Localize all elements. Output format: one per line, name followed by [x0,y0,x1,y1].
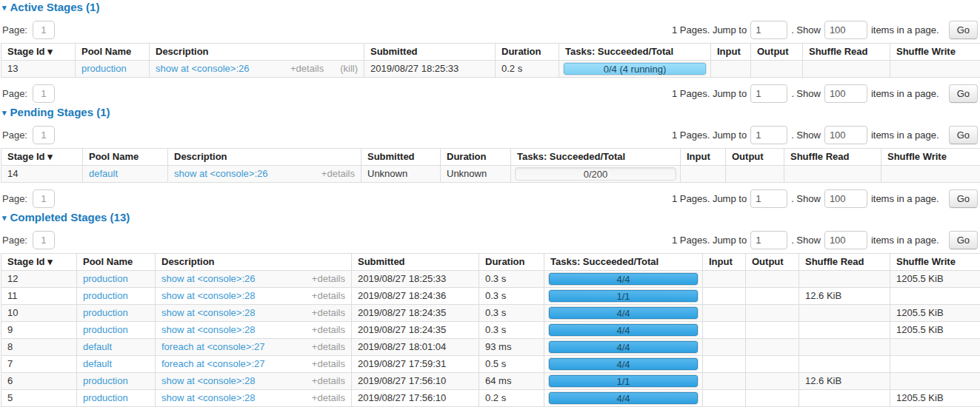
description-link[interactable]: show at <console>:28 [161,325,255,335]
pool-name-link[interactable]: production [83,290,128,301]
tasks-cell: 0/200 [511,166,681,183]
description-link[interactable]: show at <console>:28 [161,376,255,386]
details-toggle[interactable]: +details [312,376,345,386]
input-cell [703,339,746,356]
column-header-9[interactable]: Shuffle Write [890,44,980,61]
details-toggle[interactable]: +details [312,291,345,301]
pool-name-link[interactable]: production [83,307,128,318]
pagination-bar: Page: 1 Pages. Jump to . Show items in a… [1,189,979,209]
column-header-2[interactable]: Description [150,44,364,61]
column-header-1[interactable]: Pool Name [77,254,156,271]
column-header-8[interactable]: Shuffle Read [803,44,890,61]
column-header-7[interactable]: Output [726,149,784,166]
show-count-input[interactable] [824,126,867,144]
details-toggle[interactable]: +details [312,393,345,403]
pool-name-link[interactable]: default [83,358,112,369]
pool-name-link[interactable]: production [83,324,128,335]
description-link[interactable]: show at <console>:26 [156,64,249,74]
details-toggle[interactable]: +details [312,325,345,335]
details-toggle[interactable]: +details [312,342,345,352]
description-link[interactable]: foreach at <console>:27 [161,342,265,352]
column-header-5[interactable]: Tasks: Succeeded/Total [511,149,681,166]
show-count-input[interactable] [824,84,867,103]
column-header-4[interactable]: Duration [496,44,559,61]
column-header-3[interactable]: Submitted [361,149,441,166]
column-header-2[interactable]: Description [156,254,352,271]
column-header-4[interactable]: Duration [441,149,511,166]
go-button[interactable]: Go [949,189,978,208]
jump-to-input[interactable] [750,84,787,103]
column-header-0[interactable]: Stage Id ▾ [1,44,76,61]
go-button[interactable]: Go [949,126,978,144]
column-header-8[interactable]: Shuffle Read [784,149,881,166]
column-header-5[interactable]: Tasks: Succeeded/Total [544,254,703,271]
page-number-input[interactable] [33,189,55,208]
show-count-input[interactable] [824,21,867,39]
pool-name-link[interactable]: production [83,273,128,284]
page-label: Page: [2,235,27,246]
column-header-2[interactable]: Description [168,149,361,166]
progress-label: 4/4 [549,358,698,370]
column-header-5[interactable]: Tasks: Succeeded/Total [559,44,711,61]
show-count-input[interactable] [824,231,867,249]
page-number-input[interactable] [33,21,55,39]
section-title[interactable]: ▾Active Stages (1) [2,1,979,14]
description-link[interactable]: show at <console>:28 [161,393,255,403]
pool-name-link[interactable]: production [83,375,128,386]
section-title[interactable]: ▾Pending Stages (1) [2,107,979,119]
section-title[interactable]: ▾Completed Stages (13) [2,212,979,224]
column-header-4[interactable]: Duration [479,254,544,271]
column-header-3[interactable]: Submitted [352,254,479,271]
pool-name-link[interactable]: production [81,63,127,74]
column-header-6[interactable]: Input [703,254,746,271]
column-header-6[interactable]: Input [681,149,726,166]
stage-id-cell: 11 [1,288,77,305]
shuffle-write-cell [890,339,980,356]
column-header-9[interactable]: Shuffle Write [881,149,980,166]
description-link[interactable]: show at <console>:26 [161,274,255,284]
column-header-1[interactable]: Pool Name [76,44,150,61]
details-toggle[interactable]: +details [321,169,355,179]
go-button[interactable]: Go [949,21,978,39]
jump-to-input[interactable] [750,231,787,249]
duration-cell: 0.2 s [479,390,544,407]
details-toggle[interactable]: +details [290,64,324,74]
column-header-8[interactable]: Shuffle Read [799,254,890,271]
column-header-0[interactable]: Stage Id ▾ [1,254,77,271]
column-header-7[interactable]: Output [746,254,799,271]
page-label: Page: [2,88,27,99]
output-cell [746,339,799,356]
shuffle-write-cell: 1205.5 KiB [890,390,980,407]
description-link[interactable]: show at <console>:26 [174,169,267,179]
column-header-6[interactable]: Input [711,44,751,61]
description-link[interactable]: foreach at <console>:27 [161,359,265,369]
page-number-input[interactable] [33,84,55,103]
pool-name-link[interactable]: default [89,168,118,179]
page-number-input[interactable] [33,231,55,249]
description-cell: show at <console>:28 +details [156,288,352,305]
pool-name-link[interactable]: default [83,341,112,352]
go-button[interactable]: Go [949,231,978,249]
column-header-3[interactable]: Submitted [364,44,496,61]
items-text: items in a page. [871,24,939,36]
description-link[interactable]: show at <console>:28 [161,308,255,318]
kill-link[interactable]: (kill) [340,64,358,74]
details-toggle[interactable]: +details [312,274,345,284]
description-cell: show at <console>:26 +details [168,166,361,183]
jump-to-input[interactable] [750,21,787,39]
show-count-input[interactable] [824,189,867,208]
go-button[interactable]: Go [949,84,978,103]
pool-name-link[interactable]: production [83,392,128,403]
jump-to-input[interactable] [750,126,787,144]
details-toggle[interactable]: +details [312,359,345,369]
column-header-0[interactable]: Stage Id ▾ [1,149,83,166]
page-number-input[interactable] [33,126,55,144]
pages-info-text: 1 Pages. Jump to [672,130,747,141]
description-link[interactable]: show at <console>:28 [161,291,255,301]
duration-cell: 0.3 s [479,305,544,322]
details-toggle[interactable]: +details [312,308,345,318]
column-header-7[interactable]: Output [751,44,803,61]
column-header-9[interactable]: Shuffle Write [890,254,980,271]
jump-to-input[interactable] [750,189,787,208]
column-header-1[interactable]: Pool Name [83,149,168,166]
